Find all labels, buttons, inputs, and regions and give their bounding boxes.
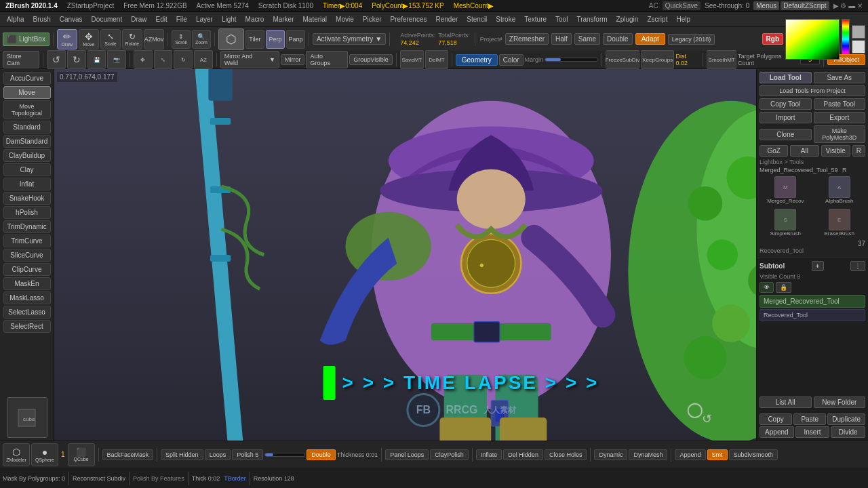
menu-macro[interactable]: Macro <box>241 15 269 24</box>
brush-trim-curve[interactable]: TrimCurve <box>3 235 51 247</box>
eraser-brush-tool[interactable]: E EraserBrush <box>814 207 866 238</box>
visible-btn[interactable]: Visible <box>821 145 850 157</box>
brush-mask-en[interactable]: MaskEn <box>3 277 51 290</box>
swatch-secondary[interactable] <box>852 40 865 54</box>
load-tools-from-project-btn[interactable]: Load Tools From Project <box>760 85 865 96</box>
geometry-btn[interactable]: Geometry <box>456 54 498 66</box>
lightbox-btn[interactable]: ⬛ LightBox <box>3 33 50 46</box>
zremesher-dropdown-btn[interactable]: ZRemesher <box>505 33 549 45</box>
del-hidden-btn[interactable]: Del Hidden <box>503 449 543 460</box>
menu-texture[interactable]: Texture <box>520 15 551 24</box>
color-hue-bar[interactable] <box>842 19 850 60</box>
back-face-mask-btn[interactable]: BackFaceMask <box>102 449 154 460</box>
menu-stencil[interactable]: Stencil <box>462 15 491 24</box>
move-btn[interactable]: ✥ Move <box>79 29 99 49</box>
group-visible-btn[interactable]: GroupVisible <box>349 54 392 65</box>
rotate-btn[interactable]: ↻ Rotate <box>122 29 142 49</box>
scroll-btn[interactable]: ⇕ Scroll <box>172 30 191 49</box>
tiler-btn[interactable]: Tiler <box>245 30 264 49</box>
brush-move-topo[interactable]: Move Topological <box>3 100 51 119</box>
brush-trim-dynamic[interactable]: TrimDynamic <box>3 220 51 233</box>
make-polymesh3d-btn[interactable]: Make PolyMesh3D <box>814 125 866 143</box>
menu-render[interactable]: Render <box>432 15 462 24</box>
save-btn[interactable]: 💾 <box>87 50 106 69</box>
loops-btn[interactable]: Loops <box>205 449 231 460</box>
smooth-mt-btn[interactable]: SmoothMT <box>707 50 736 69</box>
viewport-area[interactable]: ● <box>54 69 868 441</box>
split-hidden-btn[interactable]: Split Hidden <box>161 449 203 460</box>
merged-recov-tool[interactable]: M Merged_Recov <box>760 175 812 205</box>
r-btn[interactable]: R <box>852 145 865 157</box>
list-all-btn[interactable]: List All <box>760 396 812 408</box>
activate-symmetry-btn[interactable]: Activate Symmetry ▼ <box>313 33 386 45</box>
menu-tool[interactable]: Tool <box>551 15 572 24</box>
double-btn[interactable]: Double <box>603 33 633 45</box>
inflate-btn[interactable]: Inflate <box>476 449 502 460</box>
polish-5-btn[interactable]: Polish 5 <box>232 449 263 460</box>
brush-dam-standard[interactable]: DamStandard <box>3 135 51 148</box>
menu-edit[interactable]: Edit <box>152 15 172 24</box>
subtool-options-btn[interactable]: ⋮ <box>850 261 865 271</box>
menu-light[interactable]: Light <box>218 15 241 24</box>
subtool-eye-btn[interactable]: 👁 <box>760 282 774 293</box>
scale2-btn[interactable]: ⤡ <box>154 50 173 69</box>
zoom-btn[interactable]: 🔍 Zoom <box>192 30 211 49</box>
adapt-btn[interactable]: Adapt <box>635 33 665 45</box>
menu-canvas[interactable]: Canvas <box>56 15 87 24</box>
menu-help[interactable]: Help <box>672 15 694 24</box>
divide-btn[interactable]: Divide <box>831 426 865 438</box>
reconstruct-subdiv[interactable]: Reconstruct Subdiv <box>73 475 125 482</box>
smt-btn[interactable]: Smt <box>707 449 728 460</box>
default2script[interactable]: DefaultZScript <box>781 1 829 10</box>
brush-snake-hook[interactable]: SnakeHook <box>3 192 51 205</box>
close-holes-btn[interactable]: Close Holes <box>545 449 587 460</box>
camera-btn[interactable]: 📷 <box>107 50 126 69</box>
brush-mask-lasso[interactable]: MaskLasso <box>3 291 51 304</box>
menu-file[interactable]: File <box>172 15 191 24</box>
scale-btn[interactable]: ⤡ Scale <box>100 29 121 49</box>
menu-brush[interactable]: Brush <box>29 15 55 24</box>
insert-btn[interactable]: Insert <box>795 426 830 438</box>
menu-marker[interactable]: Marker <box>269 15 298 24</box>
load-tool-btn[interactable]: Load Tool <box>760 72 812 83</box>
recovered-tool-item[interactable]: Recovered_Tool <box>760 309 865 321</box>
append-btn[interactable]: Append <box>760 426 794 438</box>
menu-preferences[interactable]: Preferences <box>387 15 431 24</box>
subtool-lock-btn[interactable]: 🔒 <box>776 282 791 293</box>
alpha-brush-tool[interactable]: A AlphaBrush <box>814 175 866 205</box>
all-btn[interactable]: All <box>790 145 818 157</box>
undo-btn[interactable]: ↺ <box>47 50 66 69</box>
legacy2018-btn[interactable]: Legacy (2018) <box>668 34 715 45</box>
brush-clay[interactable]: Clay <box>3 163 51 176</box>
menus-btn[interactable]: Menus <box>753 1 779 10</box>
draw-btn[interactable]: ✏ Draw <box>57 29 77 49</box>
brush-select-rect[interactable]: SelectRect <box>3 320 51 333</box>
menu-material[interactable]: Material <box>299 15 332 24</box>
zmodeler-btn[interactable]: ⬡ ZModeler <box>3 443 30 466</box>
margin-slider[interactable] <box>545 58 598 62</box>
copy-tool-btn[interactable]: Copy Tool <box>760 98 812 110</box>
brush-slice-curve[interactable]: SliceCurve <box>3 249 51 262</box>
quick-save[interactable]: QuickSave <box>663 1 701 10</box>
rotate2-btn[interactable]: ↻ <box>174 50 193 69</box>
dynamic-btn[interactable]: Dynamic <box>594 449 627 460</box>
merged-recovered-tool-item[interactable]: Merged_Recovered_Tool <box>760 295 865 308</box>
append-bt-btn[interactable]: Append <box>675 449 705 460</box>
brush-clip-curve[interactable]: ClipCurve <box>3 263 51 276</box>
half-btn[interactable]: Half <box>551 33 572 45</box>
paste-btn[interactable]: Paste <box>793 413 826 425</box>
move2-btn[interactable]: ✥ <box>134 50 153 69</box>
keep-groups-btn[interactable]: KeepGroups <box>641 50 674 69</box>
menu-layer[interactable]: Layer <box>192 15 217 24</box>
new-folder-btn[interactable]: New Folder <box>814 396 866 408</box>
brush-standard[interactable]: Standard <box>3 121 51 134</box>
menu-zscript[interactable]: Zscript <box>643 15 671 24</box>
copy-btn[interactable]: Copy <box>760 413 792 425</box>
azmov2-btn[interactable]: AZ <box>194 50 213 69</box>
brush-accu-curve[interactable]: AccuCurve <box>3 72 51 85</box>
clay-polish-btn[interactable]: ClayPolish <box>430 449 469 460</box>
export-btn[interactable]: Export <box>814 112 866 123</box>
mirror-btn[interactable]: Mirror <box>281 54 305 65</box>
subdivsmooth-btn[interactable]: SubdivSmooth <box>729 449 778 460</box>
thickness-slider-track[interactable] <box>264 453 305 457</box>
